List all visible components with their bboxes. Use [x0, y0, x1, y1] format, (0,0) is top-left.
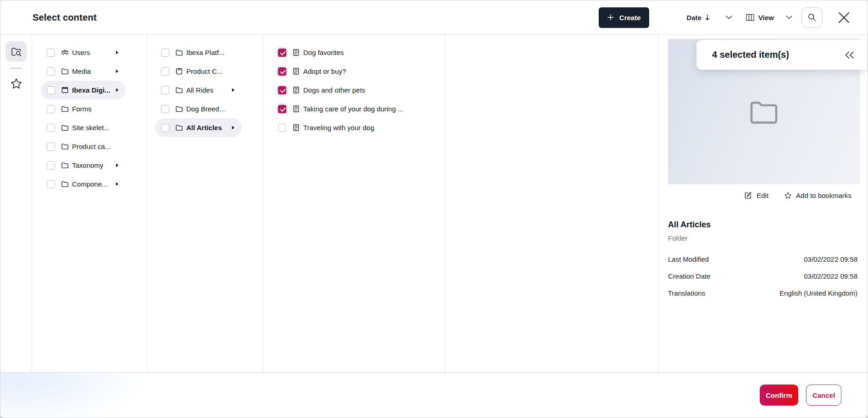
folder-icon [61, 180, 69, 188]
arrow-down-icon [705, 14, 710, 21]
confirm-button[interactable]: Confirm [760, 385, 798, 406]
tree-item-site-skeleton[interactable]: Site skelet... [41, 118, 126, 137]
tree-item-all-rides[interactable]: All Rides [155, 81, 242, 99]
users-icon [61, 49, 69, 56]
rail-divider [10, 68, 22, 69]
tree-item-traveling[interactable]: Traveling with your dog [270, 118, 435, 137]
tree-column-4 [445, 35, 658, 372]
tree-item-ibexa-platform[interactable]: Ibexa Platf... [155, 43, 242, 62]
tree-item-taxonomy[interactable]: Taxonomy [41, 156, 126, 175]
caret-right-icon[interactable] [232, 126, 235, 130]
tree-item-taking-care[interactable]: Taking care of your dog during ... [270, 99, 435, 118]
checkbox[interactable] [161, 86, 169, 94]
tree-item-label: Product C... [186, 67, 223, 75]
checkbox[interactable] [47, 143, 55, 151]
folder-icon [61, 67, 69, 75]
meta-label: Creation Date [668, 272, 711, 280]
bookmarks-tab[interactable] [10, 77, 22, 90]
meta-label: Translations [668, 289, 705, 297]
tree-item-all-articles[interactable]: All Articles [155, 118, 242, 137]
tree-item-label: All Rides [186, 86, 213, 94]
tree-item-forms[interactable]: Forms [41, 99, 126, 118]
caret-right-icon[interactable] [232, 88, 235, 92]
create-button[interactable]: Create [599, 7, 649, 28]
star-bookmarks-icon [10, 77, 22, 90]
tree-item-label: All Articles [186, 124, 222, 132]
tree-item-product-catalog2[interactable]: Product C... [155, 62, 242, 81]
tree-item-label: Compone... [72, 180, 108, 188]
tree-item-label: Dogs and other pets [303, 86, 365, 94]
checkbox[interactable] [47, 86, 55, 94]
meta-value: 03/02/2022 09:58 [804, 272, 857, 280]
folder-icon [61, 105, 69, 113]
tree-item-label: Ibexa Platf... [186, 49, 224, 56]
meta-row-last-modified: Last Modified 03/02/2022 09:58 [668, 251, 857, 268]
checkbox[interactable] [47, 161, 55, 170]
tree-item-label: Forms [72, 105, 92, 113]
tree-item-components[interactable]: Compone... [41, 175, 126, 193]
item-metadata: Last Modified 03/02/2022 09:58 Creation … [668, 251, 857, 302]
article-icon [292, 105, 300, 113]
checkbox[interactable] [161, 67, 169, 76]
checkbox[interactable] [47, 49, 55, 57]
checkbox[interactable] [278, 67, 286, 76]
checkbox[interactable] [161, 105, 169, 113]
tree-item-media[interactable]: Media [41, 62, 126, 81]
folder-icon [175, 124, 183, 132]
checkbox[interactable] [47, 180, 55, 188]
checkbox[interactable] [47, 105, 55, 113]
tree-item-dogs-and-other-pets[interactable]: Dogs and other pets [270, 81, 435, 99]
modal-footer: Confirm Cancel [0, 372, 868, 418]
meta-value: English (United Kingdom) [779, 289, 857, 297]
chevron-down-icon[interactable] [726, 16, 732, 19]
tree-item-ibexa-digital[interactable]: Ibexa Digi... [41, 81, 126, 99]
item-type: Folder [668, 234, 688, 242]
checkbox[interactable] [278, 86, 286, 94]
meta-row-creation-date: Creation Date 03/02/2022 09:58 [668, 268, 857, 285]
checkbox[interactable] [47, 124, 55, 132]
header-controls: Create Date View [599, 7, 850, 28]
checkbox[interactable] [47, 67, 55, 76]
add-to-bookmarks-button[interactable]: Add to bookmarks [784, 192, 851, 199]
article-icon [292, 49, 300, 56]
browse-content-tab[interactable] [6, 41, 27, 62]
select-content-modal: Select content Create Date [0, 0, 868, 418]
bookmarks-label: Add to bookmarks [796, 192, 851, 199]
checkbox[interactable] [161, 124, 169, 132]
create-button-label: Create [619, 14, 641, 22]
chevron-down-icon[interactable] [786, 16, 792, 19]
cancel-button[interactable]: Cancel [806, 385, 841, 406]
star-icon [784, 192, 792, 199]
tree-item-label: Media [72, 67, 91, 75]
caret-right-icon[interactable] [116, 182, 119, 186]
tree-item-label: Adopt or buy? [303, 67, 346, 75]
caret-right-icon[interactable] [116, 163, 119, 167]
caret-right-icon[interactable] [116, 88, 119, 92]
checkbox[interactable] [278, 49, 286, 57]
tree-item-dog-favorites[interactable]: Dog favorites [270, 43, 435, 62]
page-title: Select content [33, 12, 97, 23]
close-button[interactable] [838, 11, 850, 24]
tree-item-users[interactable]: Users [41, 43, 126, 62]
selected-count: 4 selected item(s) [712, 50, 789, 60]
collapse-panel-button[interactable] [844, 51, 855, 59]
caret-right-icon[interactable] [116, 50, 119, 55]
checkbox[interactable] [161, 49, 169, 57]
edit-button[interactable]: Edit [744, 191, 768, 199]
tree-item-label: Site skelet... [72, 124, 110, 132]
search-button[interactable] [801, 7, 823, 28]
tree-item-dog-breeds[interactable]: Dog Breed... [155, 99, 242, 118]
view-switcher[interactable]: View [746, 14, 792, 22]
catalog-icon [175, 67, 183, 75]
checkbox[interactable] [278, 105, 286, 113]
checkbox[interactable] [278, 124, 286, 132]
tree-item-product-catalog[interactable]: Product ca... [41, 137, 126, 156]
folder-icon [175, 105, 183, 113]
landing-page-icon [61, 86, 69, 94]
caret-right-icon[interactable] [116, 69, 119, 73]
meta-row-translations: Translations English (United Kingdom) [668, 285, 857, 302]
item-details-panel: 4 selected item(s) Edit [658, 35, 868, 372]
tree-item-adopt-or-buy[interactable]: Adopt or buy? [270, 62, 435, 81]
sort-selector[interactable]: Date [687, 14, 733, 22]
folder-icon [61, 124, 69, 132]
